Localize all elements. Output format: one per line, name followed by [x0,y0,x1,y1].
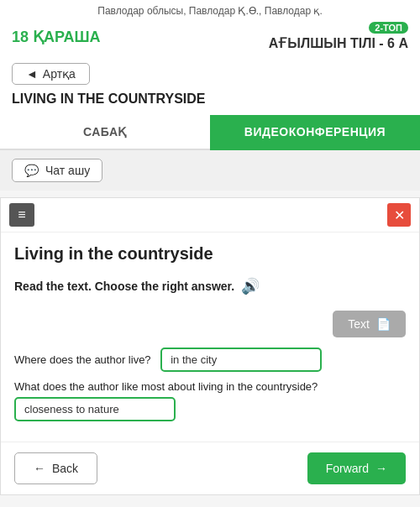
close-icon: ✕ [394,207,405,223]
question-1-text: Where does the author live? [14,353,322,366]
tab-sabak-label: САБАҚ [83,125,127,139]
text-button-icon: 📄 [376,317,391,331]
question-1-row: Where does the author live? [14,348,406,372]
tab-bar: САБАҚ ВИДЕОКОНФЕРЕНЦИЯ [0,115,420,150]
instruction-row: Read the text. Choose the right answer. … [14,277,406,295]
hamburger-button[interactable]: ≡ [9,203,34,227]
back-button[interactable]: ◄ Артқа [12,63,90,85]
bottom-nav: ← Back Forward → [1,442,419,494]
hamburger-icon: ≡ [18,207,25,222]
close-button[interactable]: ✕ [387,203,411,227]
text-button-row: Text 📄 [14,311,406,337]
lesson-date: 18 ҚАРАША [12,28,101,46]
question-1-input[interactable] [160,348,322,372]
forward-arrow-icon: → [375,462,387,475]
back-nav-label: Back [52,462,78,475]
tab-video-label: ВИДЕОКОНФЕРЕНЦИЯ [244,125,386,139]
breadcrumb-text: Павлодар облысы, Павлодар Қ.Ө., Павлодар… [97,5,322,17]
speaker-icon[interactable]: 🔊 [241,277,260,295]
header-right: 2-ТОП АҒЫЛШЫН ТІЛІ - 6 А [269,22,408,51]
question-2-input[interactable] [14,397,176,421]
forward-button[interactable]: Forward → [307,452,406,484]
question-2-row: What does the author like most about liv… [14,380,406,421]
chat-open-button[interactable]: 💬 Чат ашу [12,159,102,182]
back-label: Артқа [43,67,76,81]
back-nav-arrow-icon: ← [34,462,45,475]
forward-label: Forward [326,462,369,475]
text-button[interactable]: Text 📄 [333,311,406,337]
panel-heading: Living in the countryside [14,244,406,264]
breadcrumb: Павлодар облысы, Павлодар Қ.Ө., Павлодар… [0,0,420,17]
page-header: 18 ҚАРАША 2-ТОП АҒЫЛШЫН ТІЛІ - 6 А [0,17,420,58]
group-badge: 2-ТОП [369,22,408,34]
back-arrow-icon: ◄ [26,67,38,81]
lesson-header: ◄ Артқа LIVING IN THE COUNTRYSIDE [0,58,420,115]
content-panel: ≡ ✕ Living in the countryside Read the t… [0,197,420,495]
chat-area: 💬 Чат ашу [0,150,420,191]
panel-content: Living in the countryside Read the text.… [1,233,419,442]
tab-videoconference[interactable]: ВИДЕОКОНФЕРЕНЦИЯ [210,115,420,150]
text-button-label: Text [348,317,370,331]
instruction-text: Read the text. Choose the right answer. [14,280,234,293]
back-nav-button[interactable]: ← Back [14,452,97,484]
chat-icon: 💬 [24,164,39,177]
chat-button-label: Чат ашу [45,164,90,177]
question-2-text: What does the author like most about liv… [14,380,406,393]
panel-topbar: ≡ ✕ [1,198,419,233]
lesson-title: LIVING IN THE COUNTRYSIDE [12,91,408,107]
subject-label: АҒЫЛШЫН ТІЛІ - 6 А [269,35,408,51]
tab-sabak[interactable]: САБАҚ [0,115,210,150]
